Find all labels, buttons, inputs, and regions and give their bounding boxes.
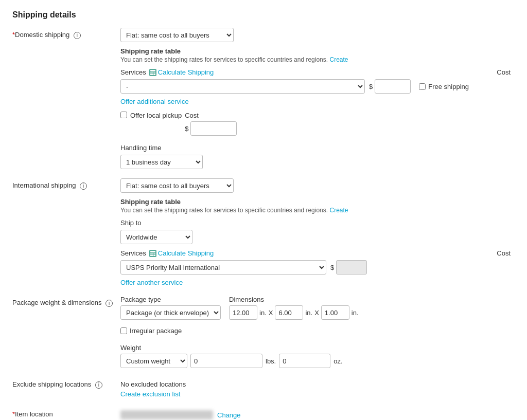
svg-rect-7 — [154, 74, 155, 75]
create-exclusion-link[interactable]: Create exclusion list — [120, 390, 180, 398]
svg-rect-10 — [150, 253, 152, 254]
ship-to-label: Ship to — [120, 219, 515, 227]
weight-section: Weight Custom weight lbs. oz. — [120, 344, 515, 368]
domestic-label-text: Domestic shipping — [15, 31, 69, 39]
offer-another-service-link[interactable]: Offer another service — [120, 279, 183, 286]
domestic-dollar: $ — [369, 83, 373, 90]
domestic-create-link[interactable]: Create — [329, 56, 348, 63]
domestic-calc-label: Calculate Shipping — [158, 68, 214, 76]
free-shipping-label: Free shipping — [428, 83, 469, 90]
calculator-icon — [149, 69, 156, 76]
dim-unit-3: in. — [352, 309, 359, 317]
item-location-change-link[interactable]: Change — [217, 411, 241, 419]
domestic-shipping-section: *Domestic shipping i Flat: same cost to … — [12, 28, 515, 169]
international-calc-label: Calculate Shipping — [158, 249, 214, 257]
svg-rect-5 — [150, 74, 152, 75]
oz-input[interactable] — [279, 354, 330, 368]
custom-weight-select[interactable]: Custom weight — [120, 354, 187, 368]
weight-row: Custom weight lbs. oz. — [120, 354, 515, 368]
domestic-shipping-dropdown[interactable]: Flat: same cost to all buyers — [120, 28, 234, 42]
dim1-input[interactable] — [229, 305, 257, 320]
svg-rect-15 — [154, 255, 155, 256]
handling-section: Handling time 1 business day — [120, 144, 515, 169]
domestic-services-header: Services Calculate Shipping Cost — [120, 68, 515, 76]
international-create-link[interactable]: Create — [329, 207, 348, 214]
domestic-cost-input[interactable] — [375, 79, 411, 94]
pkg-type-label: Package type — [120, 296, 221, 303]
domestic-info-icon[interactable]: i — [74, 32, 81, 39]
local-pickup-cost-label: Cost — [185, 112, 237, 119]
svg-rect-12 — [154, 253, 155, 254]
domestic-rate-desc: You can set the shipping rates for servi… — [120, 56, 515, 63]
pkg-type-group: Package type Package (or thick envelope) — [120, 296, 221, 320]
package-label-text: Package weight & dimensions — [12, 299, 101, 306]
domestic-cost-input-group: $ — [369, 79, 411, 94]
svg-rect-14 — [152, 255, 153, 256]
international-calc-shipping-btn[interactable]: Calculate Shipping — [149, 249, 214, 257]
offer-additional-service-link[interactable]: Offer additional service — [120, 98, 189, 105]
domestic-label: *Domestic shipping i — [12, 28, 120, 39]
local-pickup-cost: Cost $ — [185, 112, 237, 136]
international-dollar: $ — [330, 264, 334, 271]
international-services-label: Services — [120, 249, 146, 257]
international-services-header: Services Calculate Shipping Cost — [120, 249, 515, 257]
exclude-label: Exclude shipping locations i — [12, 377, 120, 389]
weight-label: Weight — [120, 344, 515, 352]
svg-rect-2 — [150, 72, 152, 74]
no-excluded-text: No excluded locations — [120, 380, 515, 388]
international-cost-input[interactable] — [336, 260, 367, 275]
exclude-content: No excluded locations Create exclusion l… — [120, 377, 515, 398]
dim2-input[interactable] — [275, 305, 303, 320]
dimensions-label: Dimensions — [229, 296, 359, 303]
domestic-rate-title: Shipping rate table — [120, 47, 515, 55]
domestic-services-label: Services — [120, 68, 146, 76]
handling-time-label: Handling time — [120, 144, 515, 152]
domestic-services-left: Services Calculate Shipping — [120, 68, 214, 76]
exclude-label-text: Exclude shipping locations — [12, 380, 91, 388]
international-info-icon[interactable]: i — [80, 182, 87, 190]
handling-time-select[interactable]: 1 business day — [120, 155, 203, 169]
international-rate-title: Shipping rate table — [120, 198, 515, 206]
dim-unit-1: in. — [259, 309, 267, 317]
irregular-label: Irregular package — [130, 327, 182, 335]
international-services-select[interactable]: USPS Priority Mail International — [120, 260, 326, 275]
svg-rect-9 — [150, 251, 155, 252]
package-info-icon[interactable]: i — [106, 300, 113, 307]
pkg-type-row: Package type Package (or thick envelope)… — [120, 296, 515, 320]
free-shipping-checkbox[interactable] — [419, 83, 426, 90]
domestic-services-select[interactable]: - — [120, 79, 365, 94]
international-label-text: International shipping — [12, 181, 76, 189]
local-pickup-cost-input[interactable] — [190, 121, 237, 136]
item-location-label-text: Item location — [15, 410, 53, 418]
local-pickup-checkbox[interactable] — [120, 112, 127, 118]
intl-calculator-icon — [149, 250, 156, 257]
dimensions-inputs: in. X in. X in. — [229, 305, 359, 320]
package-content: Package type Package (or thick envelope)… — [120, 296, 515, 368]
international-rate-table: Shipping rate table You can set the ship… — [120, 198, 515, 214]
irregular-row: Irregular package — [120, 327, 515, 335]
svg-rect-3 — [152, 72, 153, 74]
location-blur — [120, 410, 213, 419]
domestic-services-cost-row: - $ Free shipping — [120, 79, 515, 94]
page-title: Shipping details — [12, 10, 515, 20]
package-section: Package weight & dimensions i Package ty… — [12, 296, 515, 368]
domestic-rate-desc-text: You can set the shipping rates for servi… — [120, 56, 328, 63]
item-location-label: *Item location — [12, 407, 120, 418]
x-label-2: X — [314, 309, 319, 317]
lbs-label: lbs. — [266, 357, 276, 365]
irregular-checkbox[interactable] — [120, 327, 127, 334]
exclude-info-icon[interactable]: i — [95, 381, 102, 389]
local-pickup-dollar: $ — [185, 125, 188, 133]
dim-unit-2: in. — [305, 309, 312, 317]
international-services-left: Services Calculate Shipping — [120, 249, 214, 257]
dim3-input[interactable] — [321, 305, 349, 320]
weight-input[interactable] — [190, 354, 262, 368]
svg-rect-11 — [152, 253, 153, 254]
international-shipping-dropdown[interactable]: Flat: same cost to all buyers — [120, 178, 234, 193]
package-type-select[interactable]: Package (or thick envelope) — [120, 305, 221, 320]
dimensions-group: Dimensions in. X in. X in. — [229, 296, 359, 320]
domestic-calc-shipping-btn[interactable]: Calculate Shipping — [149, 68, 214, 76]
ship-to-select[interactable]: Worldwide — [120, 230, 192, 244]
local-pickup-label: Offer local pickup — [130, 112, 182, 119]
international-rate-desc-text: You can set the shipping rates for servi… — [120, 207, 328, 214]
